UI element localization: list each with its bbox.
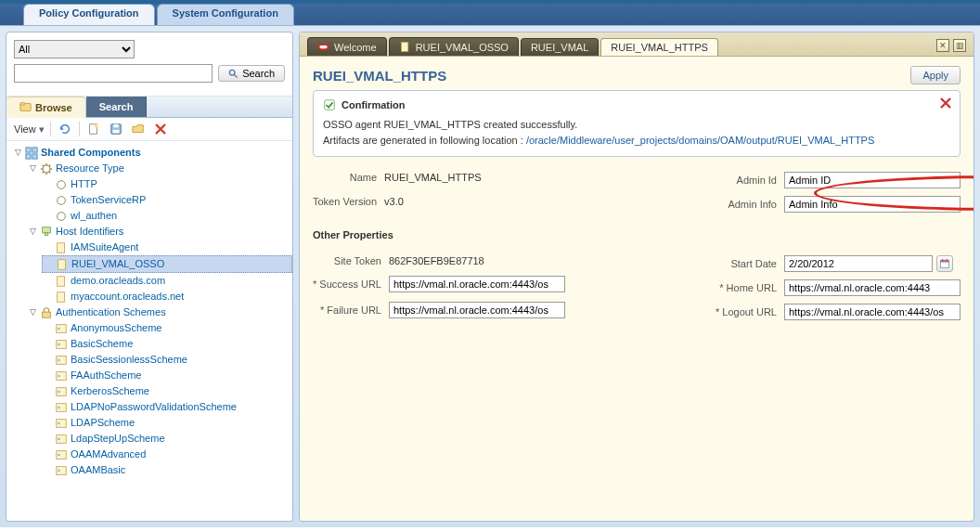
- folder-open-icon: [132, 123, 145, 136]
- subtab-browse[interactable]: Browse: [6, 97, 86, 118]
- panel-resizer[interactable]: [290, 32, 296, 521]
- search-button[interactable]: Search: [218, 65, 285, 82]
- scheme-icon: [55, 385, 68, 398]
- svg-rect-28: [58, 259, 66, 269]
- delete-icon: [154, 123, 167, 136]
- tree-ldap-nopwd[interactable]: LDAPNoPasswordValidationScheme: [42, 399, 292, 415]
- tree-ruei-vmal-osso[interactable]: RUEI_VMAL_OSSO: [42, 255, 292, 273]
- subtab-search[interactable]: Search: [86, 97, 148, 117]
- tab-list-button[interactable]: ▥: [953, 39, 966, 52]
- svg-point-47: [58, 437, 60, 440]
- tab-label: RUEI_VMAL: [531, 42, 588, 53]
- tree-label: Authentication Schemes: [56, 304, 166, 320]
- collapse-icon[interactable]: ▽: [29, 308, 37, 317]
- tree-label: KerberosScheme: [71, 383, 149, 399]
- tree-kerberos[interactable]: KerberosScheme: [42, 383, 292, 399]
- close-all-tabs-button[interactable]: ✕: [936, 39, 949, 52]
- tree-label: OAAMAdvanced: [71, 447, 146, 462]
- top-tab-bar: Policy Configuration System Configuratio…: [0, 4, 980, 25]
- filter-select[interactable]: All: [14, 40, 135, 58]
- tab-label: RUEI_VMAL_HTTPS: [611, 42, 708, 53]
- tree-resource-type[interactable]: ▽ Resource Type: [27, 161, 292, 176]
- svg-rect-29: [58, 276, 65, 286]
- collapse-icon[interactable]: ▽: [29, 164, 37, 173]
- apply-button[interactable]: Apply: [910, 66, 961, 84]
- page-icon: [399, 41, 411, 53]
- host-icon: [40, 226, 53, 239]
- date-picker-button[interactable]: [936, 255, 953, 272]
- tree-basic[interactable]: BasicScheme: [42, 336, 292, 352]
- svg-rect-3: [20, 103, 25, 105]
- page-icon: [56, 258, 69, 271]
- tree-ldap-stepup[interactable]: LdapStepUpScheme: [42, 431, 292, 447]
- page-title: RUEI_VMAL_HTTPS: [313, 68, 446, 84]
- tree-http[interactable]: HTTP: [42, 176, 292, 192]
- success-url-input[interactable]: [389, 276, 565, 292]
- logout-url-input[interactable]: [784, 304, 961, 320]
- tree-anonymous[interactable]: AnonymousScheme: [42, 320, 292, 336]
- refresh-button[interactable]: [57, 121, 73, 137]
- admin-info-input[interactable]: [784, 196, 961, 213]
- view-menu[interactable]: View: [14, 123, 45, 136]
- search-button-label: Search: [242, 68, 275, 79]
- save-button[interactable]: [108, 121, 124, 137]
- collapse-icon[interactable]: ▽: [14, 149, 22, 157]
- tree-tokenservicerp[interactable]: TokenServiceRP: [42, 192, 292, 208]
- page-icon: [55, 275, 68, 288]
- tree-label: HTTP: [71, 176, 97, 192]
- tab-ruei-osso[interactable]: RUEI_VMAL_OSSO: [389, 37, 519, 56]
- tree-label: BasicScheme: [71, 336, 133, 352]
- tree-ldap[interactable]: LDAPScheme: [42, 415, 292, 431]
- lock-icon: [40, 306, 53, 319]
- delete-button[interactable]: [152, 121, 169, 137]
- filter-input[interactable]: [14, 64, 213, 83]
- collapse-icon[interactable]: ▽: [29, 227, 37, 236]
- svg-rect-9: [26, 147, 31, 151]
- tree-myaccount[interactable]: myaccount.oracleads.net: [42, 289, 292, 304]
- start-date-input[interactable]: [784, 255, 933, 272]
- content-area: All Search Browse Search: [0, 25, 980, 527]
- new-button[interactable]: [85, 121, 102, 137]
- value-site-token: 862F30EFB9E87718: [389, 252, 565, 272]
- scheme-icon: [55, 338, 68, 351]
- tab-policy-configuration[interactable]: Policy Configuration: [23, 4, 155, 25]
- page-icon: [55, 291, 68, 304]
- admin-id-input[interactable]: [784, 172, 961, 188]
- tab-ruei-vmal[interactable]: RUEI_VMAL: [521, 38, 599, 56]
- filter-area: All Search: [6, 32, 292, 97]
- gear-icon: [55, 210, 68, 223]
- value-token-version: v3.0: [384, 192, 482, 216]
- tree-iamsuite[interactable]: IAMSuiteAgent: [42, 240, 292, 255]
- tab-welcome[interactable]: Welcome: [307, 37, 387, 56]
- confirmation-close[interactable]: [939, 97, 952, 111]
- right-body: RUEI_VMAL_HTTPS Apply Confirmation OSSO …: [300, 57, 974, 521]
- svg-point-39: [58, 374, 60, 377]
- tab-system-configuration[interactable]: System Configuration: [157, 4, 294, 25]
- confirmation-path-link[interactable]: /oracle/Middleware/user_projects/domains…: [526, 135, 874, 146]
- tree-oaam-basic[interactable]: OAAMBasic: [42, 462, 292, 478]
- tree-oaam-adv[interactable]: OAAMAdvanced: [42, 447, 292, 462]
- tree-basic-sessionless[interactable]: BasicSessionlessScheme: [42, 352, 292, 368]
- scheme-icon: [55, 417, 68, 430]
- open-button[interactable]: [130, 121, 147, 137]
- tree-auth-schemes[interactable]: ▽ Authentication Schemes: [27, 304, 292, 320]
- tree-wl-authen[interactable]: wl_authen: [42, 208, 292, 224]
- tree-demo-oracleads[interactable]: demo.oracleads.com: [42, 273, 292, 289]
- failure-url-input[interactable]: [389, 302, 565, 318]
- svg-point-24: [58, 212, 66, 220]
- app-root: Policy Configuration System Configuratio…: [0, 0, 980, 531]
- tab-label: RUEI_VMAL_OSSO: [416, 42, 509, 53]
- svg-rect-25: [43, 227, 51, 232]
- tree-label: FAAuthScheme: [71, 368, 141, 383]
- scheme-icon: [55, 401, 68, 414]
- tab-ruei-https[interactable]: RUEI_VMAL_HTTPS: [600, 38, 718, 56]
- tree-view[interactable]: ▽ Shared Components ▽ Resource Type: [6, 141, 292, 521]
- tree-shared-components[interactable]: ▽ Shared Components: [12, 145, 292, 161]
- tree-host-identifiers[interactable]: ▽ Host Identifiers: [27, 224, 292, 240]
- svg-point-45: [58, 421, 60, 424]
- tree-label: Shared Components: [41, 145, 141, 161]
- home-url-input[interactable]: [784, 279, 961, 296]
- tree-faauth[interactable]: FAAuthScheme: [42, 368, 292, 383]
- new-icon: [87, 123, 100, 136]
- confirmation-line-2: Artifacts are generated in following loc…: [323, 133, 950, 149]
